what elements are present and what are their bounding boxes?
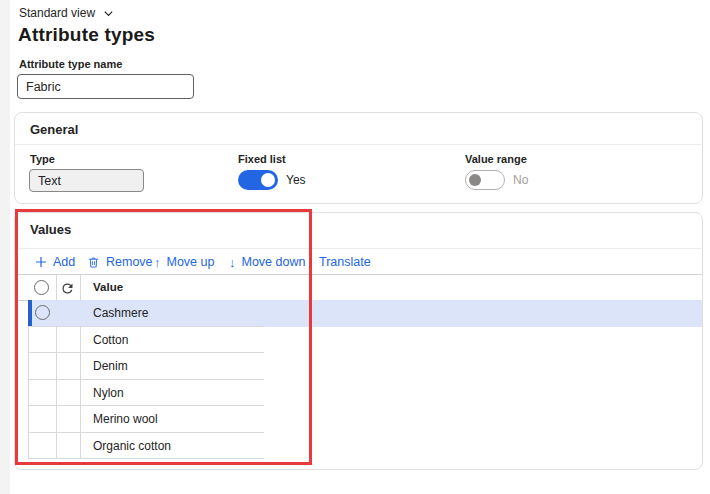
value-column-header[interactable]: Value <box>93 275 123 300</box>
grid-header-row: Value <box>15 274 702 301</box>
grid-cell-value: Cashmere <box>93 300 148 326</box>
column-separator <box>80 275 81 300</box>
view-selector[interactable]: Standard view <box>19 6 114 20</box>
translate-button-label: Translate <box>319 255 371 269</box>
values-section-divider <box>15 248 702 249</box>
row-divider <box>28 458 264 459</box>
grid-row[interactable]: Denim <box>15 353 702 380</box>
page-title: Attribute types <box>18 24 155 46</box>
grid-cell-value: Denim <box>93 353 128 379</box>
sync-icon <box>60 281 75 296</box>
grid-row[interactable]: Organic cotton <box>15 433 702 460</box>
grid-cell-value: Cotton <box>93 327 128 353</box>
remove-button[interactable]: Remove <box>87 255 153 269</box>
left-gutter <box>0 0 10 494</box>
grid-cell-value: Nylon <box>93 380 124 406</box>
general-section-divider <box>15 144 702 145</box>
attribute-type-name-label: Attribute type name <box>19 58 122 70</box>
attribute-type-name-input[interactable] <box>17 74 194 99</box>
fixed-list-state: Yes <box>286 173 306 187</box>
remove-button-label: Remove <box>106 255 153 269</box>
add-button[interactable]: Add <box>35 255 75 269</box>
values-section-title: Values <box>30 222 71 237</box>
row-divider <box>28 326 264 327</box>
arrow-down-icon: ↓ <box>229 256 236 269</box>
grid-cell-value: Organic cotton <box>93 433 171 459</box>
fixed-list-toggle[interactable] <box>238 170 278 190</box>
move-down-button-label: Move down <box>242 255 306 269</box>
add-icon <box>35 256 47 268</box>
fixed-list-label: Fixed list <box>238 153 286 165</box>
general-section: General Type Fixed list Yes Value range … <box>14 112 703 204</box>
select-all-radio[interactable] <box>34 280 49 295</box>
column-separator <box>56 275 57 300</box>
grid-row[interactable]: Merino wool <box>15 406 702 433</box>
toggle-knob <box>469 174 481 186</box>
value-range-label: Value range <box>465 153 527 165</box>
grid-cell-value: Merino wool <box>93 406 158 432</box>
view-selector-label: Standard view <box>19 6 95 20</box>
chevron-down-icon <box>103 8 114 19</box>
toggle-knob <box>261 173 275 187</box>
type-field-label: Type <box>30 153 55 165</box>
general-section-title: General <box>30 122 78 137</box>
grid-row-selected[interactable]: Cashmere <box>15 300 702 327</box>
delete-icon <box>87 256 100 269</box>
add-button-label: Add <box>53 255 75 269</box>
grid-row[interactable]: Cotton <box>15 327 702 354</box>
values-section: Values Add Remove ↑ Move up ↓ Move down … <box>14 212 703 470</box>
selection-bar <box>28 300 32 327</box>
translate-button[interactable]: Translate <box>319 255 371 269</box>
row-radio[interactable] <box>35 305 50 320</box>
move-up-button-label: Move up <box>167 255 215 269</box>
grid-row[interactable]: Nylon <box>15 380 702 407</box>
arrow-up-icon: ↑ <box>154 256 161 269</box>
value-range-toggle <box>465 170 505 190</box>
move-up-button[interactable]: ↑ Move up <box>154 255 214 269</box>
value-range-state: No <box>513 173 528 187</box>
move-down-button[interactable]: ↓ Move down <box>229 255 305 269</box>
type-input <box>29 169 144 192</box>
